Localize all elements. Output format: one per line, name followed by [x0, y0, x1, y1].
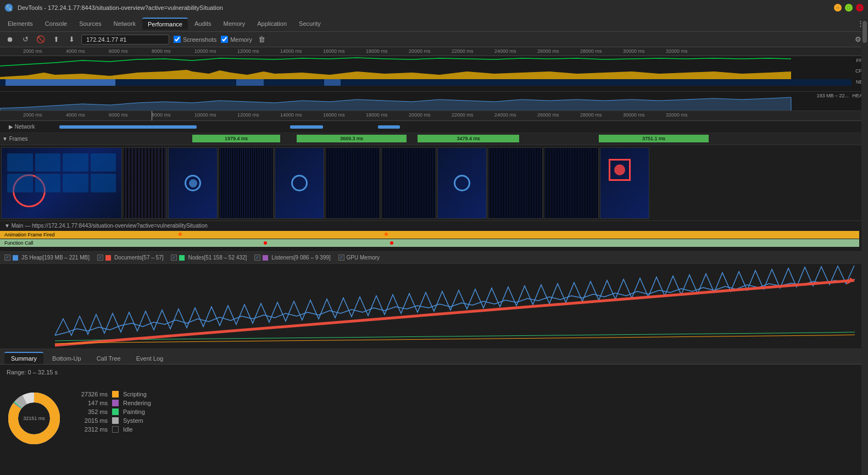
screenshots-checkbox[interactable] — [174, 36, 181, 43]
frames-area: ▼ Frames 1979.4 ms 3669.3 ms 3479.4 ms 3… — [0, 133, 868, 221]
fps-chart — [0, 56, 797, 67]
scroll-thumb[interactable] — [863, 21, 867, 43]
donut-center-label: 32151 ms — [23, 416, 45, 421]
range-text: Range: 0 – 32.15 s — [7, 369, 861, 375]
window-controls: − □ ✕ — [834, 4, 864, 12]
frame-thumb-first — [1, 147, 122, 219]
main-thread: ▼ Main — https://172.24.1.77:8443/situat… — [0, 221, 868, 252]
memory-graph — [0, 264, 868, 349]
animation-frame-bar: Animation Frame Fired — [0, 231, 859, 239]
tab-call-tree[interactable]: Call Tree — [90, 353, 127, 364]
frame-thumb — [488, 147, 543, 219]
refresh-button[interactable]: ↺ — [20, 34, 31, 45]
memory-checkbox[interactable] — [221, 36, 228, 43]
memory-checkbox-label[interactable]: Memory — [221, 36, 252, 43]
function-call-bar: Function Call — [0, 239, 859, 247]
nav-tab-console[interactable]: Console — [40, 18, 73, 29]
nav-bar: Elements Console Sources Network Perform… — [0, 15, 868, 32]
bottom-tabs: Summary Bottom-Up Call Tree Event Log — [0, 349, 868, 364]
nav-tab-memory[interactable]: Memory — [218, 18, 251, 29]
tab-bottom-up[interactable]: Bottom-Up — [46, 353, 88, 364]
toolbar: ⏺ ↺ 🚫 ⬆ ⬇ 172.24.1.77 #1 Screenshots Mem… — [0, 32, 868, 47]
nav-tab-performance[interactable]: Performance — [142, 18, 188, 30]
frame-thumb-last — [600, 147, 649, 219]
upload-button[interactable]: ⬆ — [51, 34, 62, 45]
timeline-ruler: 2000 ms 4000 ms 6000 ms 8000 ms 10000 ms… — [0, 47, 868, 56]
bottom-panel: Summary Bottom-Up Call Tree Event Log Ra… — [0, 349, 868, 475]
stat-row-rendering: 147 ms Rendering — [75, 400, 151, 406]
nav-tab-audits[interactable]: Audits — [189, 18, 217, 29]
clear-button[interactable]: 🚫 — [35, 34, 46, 45]
frame-thumb — [123, 147, 167, 219]
nav-tab-elements[interactable]: Elements — [2, 18, 38, 29]
close-button[interactable]: ✕ — [856, 4, 864, 12]
frame-thumb — [544, 147, 599, 219]
listeners-legend-item[interactable]: Listeners[9 086 – 9 399] — [254, 255, 330, 261]
screenshots-checkbox-label[interactable]: Screenshots — [174, 36, 216, 43]
nav-tab-network[interactable]: Network — [108, 18, 141, 29]
memory-legend: JS Heap[193 MB – 221 MB] Documents[57 – … — [0, 252, 868, 264]
heap-value-label: 193 MB – 22... — [816, 93, 849, 98]
nav-tab-security[interactable]: Security — [293, 18, 326, 29]
svg-line-2 — [55, 280, 854, 345]
nav-tab-application[interactable]: Application — [252, 18, 292, 29]
download-button[interactable]: ⬇ — [66, 34, 77, 45]
frames-thumbnails — [0, 145, 868, 221]
delete-button[interactable]: 🗑 — [257, 34, 268, 45]
tab-event-log[interactable]: Event Log — [130, 353, 170, 364]
network-track: ▶ Network — [0, 121, 868, 133]
url-selector[interactable]: 172.24.1.77 #1 — [81, 35, 169, 45]
stats-table: 27326 ms Scripting 147 ms Rendering 352 … — [75, 391, 151, 433]
frame-thumb — [437, 147, 487, 219]
metrics-area: FPS CPU NET — [0, 56, 868, 92]
bottom-content: Range: 0 – 32.15 s — [0, 364, 868, 475]
maximize-button[interactable]: □ — [845, 4, 853, 12]
main-thread-label: ▼ Main — https://172.24.1.77:8443/situat… — [0, 221, 868, 230]
devtools-icon: 🔧 — [4, 3, 13, 12]
nav-tab-sources[interactable]: Sources — [74, 18, 107, 29]
net-chart — [0, 79, 852, 86]
frame-thumb — [275, 147, 324, 219]
heap-area: 193 MB – 22... HEAP — [0, 92, 868, 111]
frames-header: ▼ Frames 1979.4 ms 3669.3 ms 3479.4 ms 3… — [0, 133, 868, 145]
gpu-memory-legend-item[interactable]: GPU Memory — [338, 255, 380, 261]
window-title: DevTools - 172.24.1.77:8443/situation-ov… — [18, 4, 830, 11]
frame-thumb — [381, 147, 436, 219]
record-button[interactable]: ⏺ — [4, 34, 15, 45]
tab-summary[interactable]: Summary — [4, 352, 43, 364]
frame-thumb — [219, 147, 274, 219]
cpu-chart — [0, 67, 852, 79]
title-bar: 🔧 DevTools - 172.24.1.77:8443/situation-… — [0, 0, 868, 15]
documents-legend-item[interactable]: Documents[57 – 57] — [97, 255, 164, 261]
js-heap-legend-item[interactable]: JS Heap[193 MB – 221 MB] — [4, 255, 90, 261]
stat-row-painting: 352 ms Painting — [75, 408, 151, 415]
stats-container: 32151 ms 27326 ms Scripting 147 ms Rende… — [7, 391, 861, 446]
stat-row-idle: 2312 ms Idle — [75, 426, 151, 433]
donut-chart: 32151 ms — [7, 391, 62, 446]
scrollbar[interactable] — [861, 15, 868, 475]
svg-text:🔧: 🔧 — [5, 4, 13, 12]
nodes-legend-item[interactable]: Nodes[51 158 – 52 432] — [171, 255, 247, 261]
frame-thumb — [325, 147, 380, 219]
frame-thumb — [168, 147, 218, 219]
minimize-button[interactable]: − — [834, 4, 842, 12]
stat-row-scripting: 27326 ms Scripting — [75, 391, 151, 397]
stat-row-system: 2015 ms System — [75, 417, 151, 424]
timeline-ruler2: 2000 ms 4000 ms 6000 ms 8000 ms 10000 ms… — [0, 111, 868, 121]
